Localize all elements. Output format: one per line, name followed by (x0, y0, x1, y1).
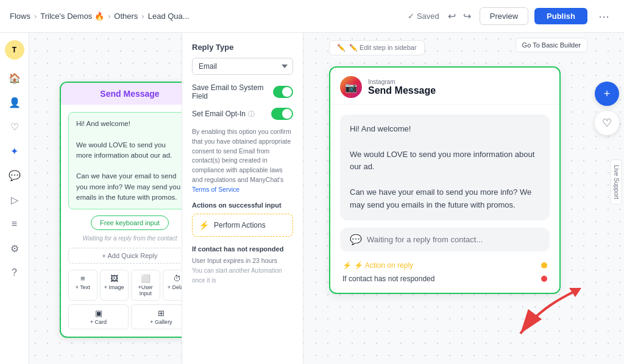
waiting-reply-text: Waiting for a reply from the contact (68, 235, 191, 242)
saved-status: ✓ Saved (408, 12, 439, 21)
text-label: + Text (76, 284, 90, 290)
undo-button[interactable]: ↩ (445, 8, 458, 24)
bolt-icon: ⚡ (199, 220, 209, 230)
user-input-icon: ⬜ (141, 274, 151, 283)
not-responded-title: If contact has not responded (192, 245, 293, 253)
chat-message-bubble: Hi! And welcome! We would LOVE to send y… (340, 114, 550, 220)
sidebar-item-automation[interactable]: ▷ (4, 189, 26, 211)
right-action-buttons: + ♡ (595, 82, 619, 135)
breadcrumb-others[interactable]: Others (114, 12, 138, 21)
action-reply-label: ⚡ Action on reply (354, 261, 413, 270)
header-actions: ✓ Saved ↩ ↪ Preview Publish ⋯ (408, 7, 614, 26)
not-responded-dot (541, 276, 547, 282)
live-support-tab[interactable]: Live Support (610, 159, 622, 205)
sidebar-item-home[interactable]: 🏠 (4, 67, 26, 89)
breadcrumb: Flows › Trilce's Demos 🔥 › Others › Lead… (10, 12, 408, 21)
add-text-button[interactable]: ≡ + Text (68, 270, 98, 301)
sidebar-item-contacts[interactable]: 👤 (4, 91, 26, 113)
send-message-node: Send Message Hi! And welcome!We would LO… (60, 82, 200, 338)
bolt-reply-icon: ⚡ (342, 261, 352, 270)
action-buttons-row1: ≡ + Text 🖼 + Image ⬜ +User Input ⏱ + Del… (68, 270, 191, 301)
save-email-row: Save Email to System Field (192, 83, 293, 100)
panel-title: Reply Type (192, 43, 293, 52)
card-icon: ▣ (95, 309, 102, 318)
instagram-title-group: Instagram Send Message (368, 79, 436, 96)
not-responded-preview-label: If contact has not responded (342, 275, 434, 283)
sidebar-item-menu[interactable]: ≡ (4, 213, 26, 235)
node-body: Hi! And welcome!We would LOVE to send yo… (61, 105, 199, 337)
edit-step-icon: ✏️ (337, 44, 346, 52)
set-optin-toggle[interactable] (271, 108, 293, 120)
sidebar-item-chat[interactable]: 💬 (4, 164, 26, 186)
actions-section-title: Actions on successful input (192, 201, 293, 209)
optin-description: By enabling this option you confirm that… (192, 127, 293, 194)
image-icon: 🖼 (110, 274, 118, 283)
perform-actions-label: Perform Actions (214, 221, 266, 229)
text-icon: ≡ (80, 274, 85, 283)
add-node-button[interactable]: + (595, 82, 619, 106)
basic-builder-button[interactable]: Go To Basic Builder (516, 38, 587, 52)
avatar: T (5, 40, 24, 60)
add-image-button[interactable]: 🖼 + Image (100, 270, 129, 301)
edit-step-label: ✏️ Edit step in sidebar (349, 44, 417, 52)
reply-type-panel: Reply Type Email Save Email to System Fi… (182, 33, 303, 364)
undo-redo-group: ↩ ↪ (445, 8, 473, 24)
favorite-button[interactable]: ♡ (595, 111, 619, 135)
instagram-logo: 📷 (340, 76, 362, 98)
user-input-label: +User Input (133, 284, 158, 296)
delay-icon: ⏱ (173, 274, 181, 283)
breadcrumb-demos[interactable]: Trilce's Demos 🔥 (40, 12, 104, 21)
more-options-button[interactable]: ⋯ (594, 7, 614, 26)
redo-button[interactable]: ↪ (461, 8, 473, 24)
perform-actions-button[interactable]: ⚡ Perform Actions (192, 214, 293, 237)
sidebar-item-settings[interactable]: ⚙ (4, 237, 26, 259)
reply-type-select[interactable]: Email (192, 58, 293, 75)
breadcrumb-sep3: › (141, 12, 144, 21)
instagram-card-header: 📷 Instagram Send Message (330, 68, 559, 105)
waiting-bubble-text: Waiting for a reply from contact... (367, 235, 483, 244)
breadcrumb-flows[interactable]: Flows (10, 12, 30, 21)
action-reply-text: ⚡ ⚡ Action on reply (342, 261, 413, 270)
optin-info-icon: ⓘ (248, 110, 255, 119)
instagram-preview-card: 📷 Instagram Send Message Hi! And welcome… (329, 66, 561, 294)
message-text: Hi! And welcome!We would LOVE to send yo… (76, 120, 180, 201)
chat-area: Hi! And welcome! We would LOVE to send y… (330, 105, 559, 293)
not-responded-text: User Input expires in 23 hours You can s… (192, 256, 293, 285)
save-email-toggle[interactable] (273, 86, 293, 98)
preview-panel: ✏️ ✏️ Edit step in sidebar Go To Basic B… (317, 33, 624, 364)
not-responded-preview-row: If contact has not responded (340, 275, 550, 283)
sidebar-item-help[interactable]: ? (4, 262, 26, 284)
breadcrumb-sep1: › (34, 12, 37, 21)
sidebar-item-favorites[interactable]: ♡ (4, 116, 26, 138)
breadcrumb-current: Lead Qua... (148, 12, 190, 21)
card-label: + Card (90, 319, 107, 325)
publish-button[interactable]: Publish (534, 8, 587, 24)
terms-link[interactable]: Terms of Service (192, 186, 239, 193)
add-user-input-button[interactable]: ⬜ +User Input (131, 270, 160, 301)
left-sidebar: T 🏠 👤 ♡ ✦ 💬 ▷ ≡ ⚙ ? (0, 33, 29, 364)
waiting-icon: 💬 (350, 234, 362, 245)
preview-button[interactable]: Preview (480, 7, 528, 25)
platform-label: Instagram (368, 79, 436, 85)
add-quick-reply-button[interactable]: + Add Quick Reply (68, 248, 191, 264)
image-label: + Image (104, 284, 124, 290)
action-reply-dot (541, 262, 547, 268)
gallery-icon: ⊞ (158, 309, 165, 318)
free-keyboard-button[interactable]: Free keyboard input (91, 215, 169, 230)
arrow-annotation (502, 285, 587, 346)
action-buttons-row2: ▣ + Card ⊞ + Gallery (68, 304, 191, 329)
gallery-label: + Gallery (150, 319, 172, 325)
save-email-label: Save Email to System Field (192, 83, 273, 100)
node-header: Send Message (61, 83, 199, 105)
add-card-button[interactable]: ▣ + Card (68, 304, 129, 329)
waiting-reply-bubble: 💬 Waiting for a reply from contact... (340, 228, 550, 251)
set-optin-row: Set Email Opt-In ⓘ (192, 108, 293, 120)
message-bubble: Hi! And welcome!We would LOVE to send yo… (68, 112, 191, 209)
edit-step-hint: ✏️ ✏️ Edit step in sidebar (329, 40, 425, 55)
preview-card-title: Send Message (368, 85, 436, 96)
breadcrumb-sep2: › (108, 12, 110, 21)
action-reply-row: ⚡ ⚡ Action on reply (340, 261, 550, 270)
app-header: Flows › Trilce's Demos 🔥 › Others › Lead… (0, 0, 624, 33)
set-optin-label: Set Email Opt-In ⓘ (192, 110, 255, 119)
sidebar-item-integrations[interactable]: ✦ (4, 140, 26, 162)
